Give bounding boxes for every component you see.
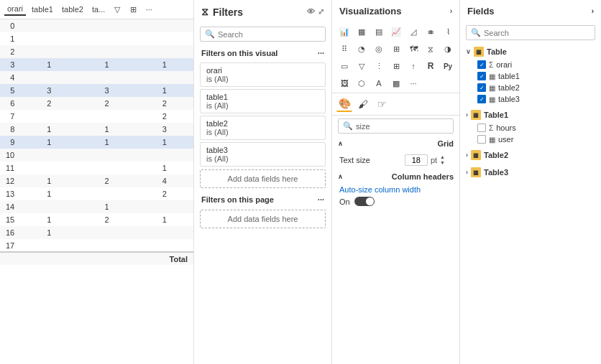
grid-section[interactable]: ∧ Grid (332, 136, 459, 151)
fields-search-box[interactable]: 🔍 (466, 25, 595, 40)
viz-icon-stacked-area[interactable]: ⩩ (423, 24, 439, 39)
viz-icon-donut[interactable]: ◎ (371, 41, 387, 57)
tab-table1[interactable]: table1 (29, 4, 56, 15)
text-size-control: pt ▲ ▼ (398, 153, 452, 167)
field-item-orari[interactable]: ✓ Σ orari (463, 59, 598, 70)
toggle-switch[interactable] (354, 197, 375, 206)
viz-icon-areachart[interactable]: ◿ (405, 24, 421, 39)
viz-icon-qrcode[interactable]: ▩ (388, 75, 404, 91)
field-checkbox[interactable]: ✓ (477, 72, 486, 80)
field-item-hours[interactable]: Σ hours (463, 122, 598, 134)
viz-icon-map[interactable]: 🗺 (405, 41, 421, 57)
viz-icon-stackedbar[interactable]: ▦ (354, 24, 370, 39)
viz-icon-100bar[interactable]: ▤ (371, 24, 387, 39)
viz-icon-matrix[interactable]: ⊞ (388, 58, 404, 74)
viz-format-icon[interactable]: 🎨 (336, 96, 352, 112)
field-checkbox[interactable] (477, 123, 486, 132)
table-row[interactable]: 15121 (0, 213, 193, 226)
viz-search-icon: 🔍 (343, 121, 353, 131)
tab-table2[interactable]: table2 (59, 4, 86, 15)
table-row[interactable]: 1 (0, 32, 193, 45)
viz-icon-filter[interactable]: ▽ (354, 58, 370, 74)
viz-chevron-icon[interactable]: › (450, 7, 452, 15)
viz-icon-r[interactable]: R (423, 58, 439, 74)
viz-icon-card[interactable]: ▭ (336, 58, 352, 74)
table-row[interactable]: 161 (0, 226, 193, 239)
viz-icon-pie[interactable]: ◔ (354, 41, 370, 57)
viz-icon-kpi[interactable]: ↑ (405, 58, 421, 74)
viz-icon-shape[interactable]: ⬡ (354, 75, 370, 91)
field-checkbox[interactable]: ✓ (477, 60, 486, 69)
more-options-page-icon[interactable]: ··· (318, 195, 324, 204)
table-row[interactable]: 5331 (0, 84, 193, 97)
table-row[interactable]: 141 (0, 200, 193, 213)
viz-search-input[interactable] (356, 122, 449, 131)
filter-item[interactable]: table2is (All) (200, 116, 326, 140)
field-checkbox[interactable]: ✓ (477, 83, 486, 92)
more-icon[interactable]: ··· (142, 3, 155, 16)
filter-icon[interactable]: ▽ (111, 3, 124, 16)
table-row[interactable]: 12124 (0, 174, 193, 187)
viz-icon-gauge[interactable]: ◑ (440, 41, 456, 57)
filter-item[interactable]: orariis (All) (200, 62, 326, 87)
viz-icon-more2[interactable]: ··· (405, 75, 421, 91)
field-type-icon: Σ (489, 61, 493, 69)
field-item-user[interactable]: ▦ user (463, 134, 598, 145)
column-icon[interactable]: ⊞ (127, 3, 139, 16)
viz-search-box[interactable]: 🔍 (338, 118, 454, 134)
viz-icon-funnel[interactable]: ⧖ (423, 41, 439, 57)
table-row[interactable]: 6222 (0, 97, 193, 110)
viz-icon-py[interactable]: Py (440, 58, 456, 74)
viz-icon-img[interactable]: 🖼 (336, 75, 352, 91)
field-group-header-table3[interactable]: › ▦ Table3 (463, 165, 598, 179)
text-size-input[interactable] (405, 154, 428, 166)
viz-icon-text[interactable]: A (371, 75, 387, 91)
tab-orari[interactable]: orari (4, 3, 26, 16)
field-group-header-table2[interactable]: › ▦ Table2 (463, 148, 598, 162)
table-row[interactable]: 0 (0, 19, 193, 32)
tab-more[interactable]: ta... (89, 4, 108, 15)
viz-icon-treemap[interactable]: ⊞ (388, 41, 404, 57)
viz-icon-ribbon[interactable]: ⌇ (440, 24, 456, 39)
field-group-header-table[interactable]: ∨ ▦ Table (463, 45, 598, 59)
viz-paint-icon[interactable]: 🖌 (355, 96, 371, 112)
table-row[interactable]: 2 (0, 45, 193, 58)
viz-icon-slicer[interactable]: ⋮ (371, 58, 387, 74)
table-row[interactable]: 1312 (0, 187, 193, 200)
filter-item[interactable]: table1is (All) (200, 89, 326, 113)
viz-hand-icon[interactable]: ☞ (374, 96, 390, 112)
filters-search-box[interactable]: 🔍 (200, 27, 326, 42)
field-item-table3[interactable]: ✓ ▦ table3 (463, 93, 598, 105)
table-group-icon: ▦ (471, 167, 481, 177)
viz-icon-scatter[interactable]: ⠿ (336, 41, 352, 57)
table-row[interactable]: 4 (0, 71, 193, 84)
fields-chevron-icon[interactable]: › (592, 7, 594, 15)
field-checkbox[interactable]: ✓ (477, 95, 486, 103)
table-row[interactable]: 111 (0, 162, 193, 174)
field-checkbox[interactable] (477, 135, 486, 144)
table-row[interactable]: 8113 (0, 123, 193, 136)
text-size-property: Text size pt ▲ ▼ (332, 151, 459, 169)
viz-icon-barchart[interactable]: 📊 (336, 24, 352, 39)
column-headers-section[interactable]: ∧ Column headers (332, 169, 459, 184)
filters-search-input[interactable] (218, 30, 321, 39)
field-label: user (498, 135, 513, 144)
field-group-header-table1[interactable]: › ▦ Table1 (463, 108, 598, 122)
field-item-table2[interactable]: ✓ ▦ table2 (463, 82, 598, 93)
eye-icon[interactable]: 👁 (307, 7, 315, 17)
expand-icon[interactable]: ⤢ (318, 7, 324, 17)
spinner-up[interactable]: ▲ (440, 154, 445, 160)
table-row[interactable]: 9111 (0, 136, 193, 149)
filter-item[interactable]: table3is (All) (200, 142, 326, 167)
table-row[interactable]: 3111 (0, 58, 193, 71)
table-row[interactable]: 72 (0, 110, 193, 123)
spinner-down[interactable]: ▼ (440, 160, 445, 166)
add-fields-visual-btn[interactable]: Add data fields here (200, 169, 326, 188)
field-item-table1[interactable]: ✓ ▦ table1 (463, 70, 598, 82)
viz-icon-linechart[interactable]: 📈 (388, 24, 404, 39)
table-row[interactable]: 10 (0, 149, 193, 162)
add-fields-page-btn[interactable]: Add data fields here (200, 210, 326, 228)
more-options-icon[interactable]: ··· (318, 49, 324, 57)
table-row[interactable]: 17 (0, 239, 193, 252)
fields-search-input[interactable] (484, 29, 590, 37)
